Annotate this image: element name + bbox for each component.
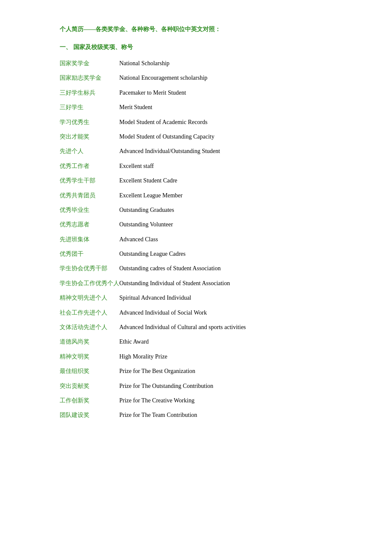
chinese-term: 国家励志奖学金 (60, 73, 119, 83)
list-item: 优秀共青团员Excellent League Member (60, 191, 332, 200)
list-item: 优秀团干Outstanding League Cadres (60, 249, 332, 259)
chinese-term: 突出才能奖 (60, 132, 119, 142)
chinese-term: 优秀志愿者 (60, 220, 119, 229)
english-term: Outstanding League Cadres (119, 249, 186, 259)
english-term: Excellent Student Cadre (119, 176, 177, 185)
english-term: Spiritual Advanced Individual (119, 293, 191, 303)
chinese-term: 优秀团干 (60, 249, 119, 259)
chinese-term: 三好学生 (60, 103, 119, 112)
english-term: Merit Student (119, 103, 152, 112)
list-item: 精神文明先进个人Spiritual Advanced Individual (60, 293, 332, 303)
chinese-term: 学生协会工作优秀个人 (60, 279, 119, 288)
english-term: Advanced Individual/Outstanding Student (119, 147, 220, 156)
list-item: 优秀学生干部Excellent Student Cadre (60, 176, 332, 185)
chinese-term: 精神文明奖 (60, 352, 119, 361)
list-item: 学习优秀生Model Student of Academic Records (60, 118, 332, 127)
english-term: Advanced Class (119, 235, 158, 244)
chinese-term: 三好学生标兵 (60, 88, 119, 98)
chinese-term: 学习优秀生 (60, 118, 119, 127)
list-item: 团队建设奖Prize for The Team Contribution (60, 410, 332, 420)
list-item: 道德风尚奖Ethic Award (60, 337, 332, 347)
chinese-term: 优秀共青团员 (60, 191, 119, 200)
list-item: 突出贡献奖Prize for The Outstanding Contribut… (60, 382, 332, 391)
list-item: 精神文明奖High Morality Prize (60, 352, 332, 361)
entries-list: 国家奖学金National Scholarship国家励志奖学金National… (60, 59, 332, 420)
chinese-term: 国家奖学金 (60, 59, 119, 68)
list-item: 三好学生标兵Pacemaker to Merit Student (60, 88, 332, 98)
list-item: 社会工作先进个人Advanced Individual of Social Wo… (60, 308, 332, 318)
english-term: Ethic Award (119, 337, 149, 347)
english-term: Excellent staff (119, 162, 154, 171)
chinese-term: 精神文明先进个人 (60, 293, 119, 303)
english-term: Excellent League Member (119, 191, 182, 200)
english-term: Model Student of Academic Records (119, 118, 208, 127)
chinese-term: 文体活动先进个人 (60, 323, 119, 332)
english-term: Prize for The Team Contribution (119, 410, 197, 420)
list-item: 国家奖学金National Scholarship (60, 59, 332, 68)
header-title: 个人简历——各类奖学金、各种称号、各种职位中英文对照： (60, 26, 332, 33)
list-item: 优秀毕业生Outstanding Graduates (60, 205, 332, 215)
english-term: Outstanding Individual of Student Associ… (119, 279, 230, 288)
chinese-term: 先进班集体 (60, 235, 119, 244)
english-term: Outstanding Graduates (119, 205, 174, 215)
chinese-term: 道德风尚奖 (60, 337, 119, 347)
english-term: Prize for The Best Organization (119, 367, 195, 376)
list-item: 学生协会工作优秀个人Outstanding Individual of Stud… (60, 279, 332, 288)
chinese-term: 突出贡献奖 (60, 382, 119, 391)
chinese-term: 优秀学生干部 (60, 176, 119, 185)
list-item: 文体活动先进个人Advanced Individual of Cultural … (60, 323, 332, 332)
english-term: Pacemaker to Merit Student (119, 88, 186, 98)
english-term: Model Student of Outstanding Capacity (119, 132, 214, 142)
chinese-term: 先进个人 (60, 147, 119, 156)
english-term: Advanced Individual of Social Work (119, 308, 207, 318)
chinese-term: 社会工作先进个人 (60, 308, 119, 318)
chinese-term: 团队建设奖 (60, 410, 119, 420)
chinese-term: 优秀毕业生 (60, 205, 119, 215)
chinese-term: 最佳组织奖 (60, 367, 119, 376)
list-item: 优秀志愿者Outstanding Volunteer (60, 220, 332, 229)
chinese-term: 学生协会优秀干部 (60, 264, 119, 273)
chinese-term: 工作创新奖 (60, 396, 119, 405)
english-term: National Scholarship (119, 59, 170, 68)
english-term: National Encouragement scholarship (119, 73, 208, 83)
chinese-term: 优秀工作者 (60, 162, 119, 171)
english-term: Prize for The Outstanding Contribution (119, 382, 213, 391)
english-term: Advanced Individual of Cultural and spor… (119, 323, 246, 332)
list-item: 三好学生Merit Student (60, 103, 332, 112)
english-term: Outstanding Volunteer (119, 220, 173, 229)
list-item: 工作创新奖Prize for The Creative Working (60, 396, 332, 405)
english-term: High Morality Prize (119, 352, 167, 361)
list-item: 国家励志奖学金National Encouragement scholarshi… (60, 73, 332, 83)
english-term: Outstanding cadres of Student Associatio… (119, 264, 221, 273)
list-item: 学生协会优秀干部Outstanding cadres of Student As… (60, 264, 332, 273)
english-term: Prize for The Creative Working (119, 396, 194, 405)
list-item: 先进个人Advanced Individual/Outstanding Stud… (60, 147, 332, 156)
list-item: 最佳组织奖Prize for The Best Organization (60, 367, 332, 376)
list-item: 优秀工作者Excellent staff (60, 162, 332, 171)
list-item: 突出才能奖Model Student of Outstanding Capaci… (60, 132, 332, 142)
list-item: 先进班集体Advanced Class (60, 235, 332, 244)
section1-heading: 一、 国家及校级奖项、称号 (60, 43, 332, 51)
